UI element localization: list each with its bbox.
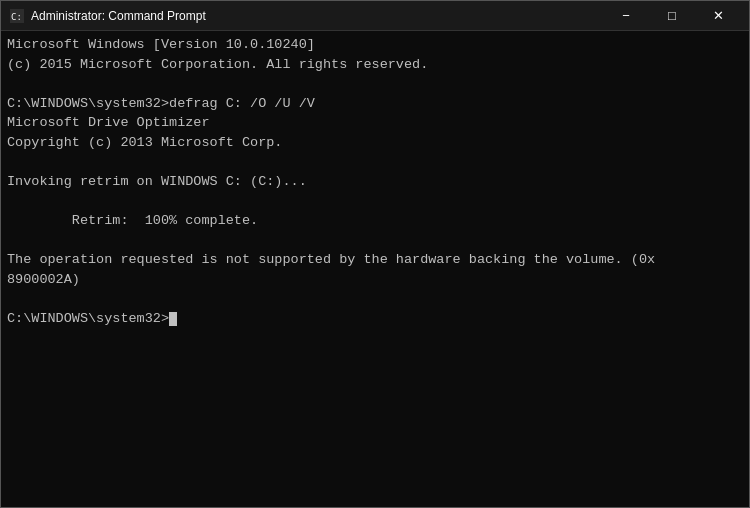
window-controls: − □ ✕ xyxy=(603,1,741,31)
console-line-13: 8900002A) xyxy=(7,270,743,290)
console-line-8: Invoking retrim on WINDOWS C: (C:)... xyxy=(7,172,743,192)
console-output[interactable]: Microsoft Windows [Version 10.0.10240] (… xyxy=(1,31,749,507)
console-blank-3 xyxy=(7,192,743,212)
close-button[interactable]: ✕ xyxy=(695,1,741,31)
console-prompt: C:\WINDOWS\system32> xyxy=(7,309,743,329)
console-line-2: (c) 2015 Microsoft Corporation. All righ… xyxy=(7,55,743,75)
console-line-1: Microsoft Windows [Version 10.0.10240] xyxy=(7,35,743,55)
console-line-4: C:\WINDOWS\system32>defrag C: /O /U /V xyxy=(7,94,743,114)
console-line-6: Copyright (c) 2013 Microsoft Corp. xyxy=(7,133,743,153)
cursor-blink xyxy=(169,312,177,326)
console-line-12: The operation requested is not supported… xyxy=(7,250,743,270)
console-line-10: Retrim: 100% complete. xyxy=(7,211,743,231)
svg-text:C:: C: xyxy=(11,12,22,22)
console-blank-2 xyxy=(7,152,743,172)
console-blank-5 xyxy=(7,289,743,309)
minimize-button[interactable]: − xyxy=(603,1,649,31)
console-blank-4 xyxy=(7,231,743,251)
cmd-window: C: Administrator: Command Prompt − □ ✕ M… xyxy=(0,0,750,508)
console-blank-1 xyxy=(7,74,743,94)
title-bar: C: Administrator: Command Prompt − □ ✕ xyxy=(1,1,749,31)
maximize-button[interactable]: □ xyxy=(649,1,695,31)
cmd-icon: C: xyxy=(9,8,25,24)
window-title: Administrator: Command Prompt xyxy=(31,9,603,23)
console-line-5: Microsoft Drive Optimizer xyxy=(7,113,743,133)
